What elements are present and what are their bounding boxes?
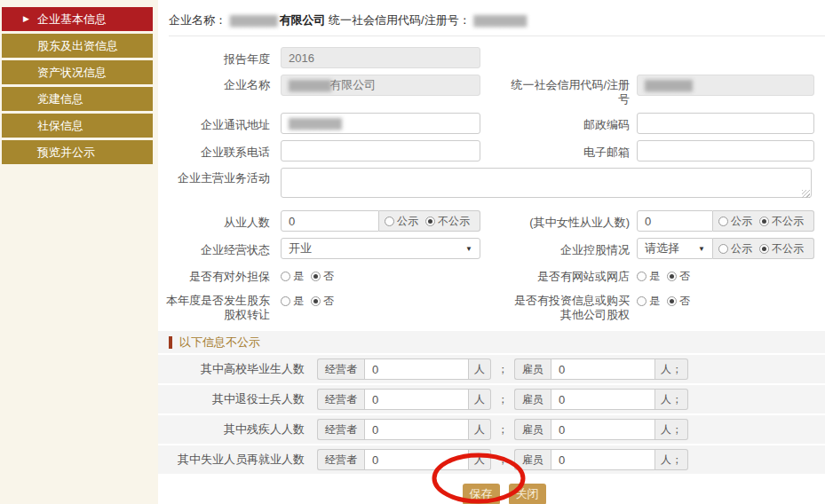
radio-public[interactable] bbox=[385, 217, 394, 226]
section-title: 以下信息不公示 bbox=[179, 335, 260, 350]
header-divider bbox=[169, 35, 825, 36]
sidebar-item-social-security[interactable]: 社保信息 bbox=[2, 114, 153, 138]
sidebar-item-label: 党建信息 bbox=[37, 92, 83, 106]
radio-yes-label[interactable]: 是 bbox=[649, 269, 660, 284]
credit-code-value-redacted: █████████ bbox=[645, 75, 691, 95]
reemployed-operator-input[interactable] bbox=[364, 449, 469, 470]
resize-handle-icon[interactable] bbox=[802, 190, 810, 198]
radio-no[interactable] bbox=[667, 272, 677, 281]
phone-input[interactable] bbox=[281, 140, 480, 161]
operator-addon: 经营者 bbox=[317, 419, 364, 440]
credit-code-input[interactable]: █████████ bbox=[637, 75, 814, 96]
company-name-suffix: 有限公司 bbox=[279, 13, 325, 27]
credit-code-redacted: ██████████ bbox=[473, 15, 525, 26]
form-row-address: 企业通讯地址 ██████████ 邮政编码 bbox=[158, 113, 825, 134]
disabled-operator-input[interactable] bbox=[364, 419, 469, 440]
radio-yes-label[interactable]: 是 bbox=[293, 269, 304, 284]
sidebar-item-assets[interactable]: 资产状况信息 bbox=[2, 60, 153, 84]
radio-public[interactable] bbox=[718, 217, 728, 226]
email-input[interactable] bbox=[637, 140, 814, 161]
report-year-input[interactable] bbox=[281, 47, 480, 68]
unit-addon: 人 bbox=[469, 449, 491, 470]
sidebar-item-label: 企业基本信息 bbox=[37, 12, 107, 26]
radio-yes[interactable] bbox=[637, 296, 647, 306]
employees-input[interactable] bbox=[281, 210, 379, 232]
guarantee-label: 是否有对外担保 bbox=[158, 266, 270, 284]
row-label: 其中高校毕业生人数 bbox=[158, 361, 305, 377]
close-button[interactable]: 关闭 bbox=[509, 484, 546, 504]
radio-yes[interactable] bbox=[281, 272, 290, 281]
radio-not-public-label[interactable]: 不公示 bbox=[772, 214, 804, 229]
veterans-operator-input[interactable] bbox=[364, 389, 469, 410]
main-content: 企业名称： █████████ 有限公司 统一社会信用代码/注册号： █████… bbox=[158, 0, 825, 504]
radio-not-public[interactable] bbox=[759, 244, 769, 254]
radio-no-label[interactable]: 否 bbox=[323, 294, 334, 309]
operating-status-label: 企业经营状态 bbox=[158, 240, 270, 257]
graduates-operator-input[interactable] bbox=[364, 358, 469, 380]
postcode-input[interactable] bbox=[637, 113, 814, 134]
disabled-employee-input[interactable] bbox=[551, 419, 655, 440]
table-row-reemployed: 其中失业人员再就业人数 经营者 人 ； 雇员 人； bbox=[158, 445, 825, 476]
operator-addon: 经营者 bbox=[317, 358, 364, 380]
sidebar-item-party-building[interactable]: 党建信息 bbox=[2, 87, 153, 111]
radio-yes-label[interactable]: 是 bbox=[649, 294, 660, 309]
section-header: 以下信息不公示 bbox=[158, 331, 825, 355]
company-name-input[interactable]: ████████ 有限公司 bbox=[281, 75, 480, 96]
radio-no[interactable] bbox=[311, 272, 321, 281]
credit-code-label: 统一社会信用代码/注册号： bbox=[329, 13, 471, 27]
radio-yes[interactable] bbox=[281, 296, 290, 306]
reemployed-employee-input[interactable] bbox=[551, 449, 655, 470]
address-input[interactable]: ██████████ bbox=[281, 113, 480, 134]
operator-addon: 经营者 bbox=[317, 449, 364, 470]
operator-addon: 经营者 bbox=[317, 389, 364, 410]
radio-yes-label[interactable]: 是 bbox=[293, 294, 304, 309]
sidebar-item-shareholders[interactable]: 股东及出资信息 bbox=[2, 34, 153, 58]
veterans-employee-input[interactable] bbox=[551, 389, 655, 410]
female-employees-label: (其中女性从业人数) bbox=[480, 212, 630, 230]
radio-public-label[interactable]: 公示 bbox=[397, 214, 418, 229]
radio-public-label[interactable]: 公示 bbox=[731, 241, 752, 256]
radio-not-public[interactable] bbox=[425, 217, 435, 226]
radio-public-label[interactable]: 公示 bbox=[731, 214, 752, 229]
investment-label: 是否有投资信息或购买其他公司股权 bbox=[480, 290, 630, 322]
form-row-company-name: 企业名称 ████████ 有限公司 统一社会信用代码/注册号 ████████… bbox=[158, 75, 825, 106]
holding-publicity-addon: 公示不公示 bbox=[713, 238, 814, 259]
employee-addon: 雇员 bbox=[514, 389, 551, 410]
female-employees-input[interactable] bbox=[637, 210, 713, 232]
radio-not-public-label[interactable]: 不公示 bbox=[438, 214, 470, 229]
graduates-employee-input[interactable] bbox=[551, 358, 655, 380]
website-label: 是否有网站或网店 bbox=[480, 266, 630, 284]
sidebar-item-basic-info[interactable]: ▶ 企业基本信息 bbox=[2, 7, 153, 31]
sidebar-item-label: 预览并公示 bbox=[37, 146, 95, 159]
sidebar-item-label: 股东及出资信息 bbox=[37, 39, 118, 52]
credit-code-field-label: 统一社会信用代码/注册号 bbox=[480, 75, 630, 106]
unit-addon: 人 bbox=[469, 389, 491, 410]
form-row-employees: 从业人数 公示不公示 (其中女性从业人数) 公示 bbox=[158, 210, 825, 232]
unit-end-addon: 人； bbox=[655, 419, 688, 440]
save-button[interactable]: 保存 bbox=[463, 484, 500, 504]
unit-addon: 人 bbox=[469, 419, 491, 440]
radio-no-label[interactable]: 否 bbox=[679, 269, 690, 284]
radio-public[interactable] bbox=[718, 244, 728, 254]
sidebar-item-preview-publish[interactable]: 预览并公示 bbox=[2, 140, 153, 164]
annual-report-page: ▶ 企业基本信息 股东及出资信息 资产状况信息 党建信息 社保信息 预览并公示 … bbox=[0, 0, 825, 504]
table-row-veterans: 其中退役士兵人数 经营者 人 ； 雇员 人； bbox=[158, 385, 825, 415]
radio-no[interactable] bbox=[311, 296, 321, 306]
company-name-field-label: 企业名称 bbox=[158, 75, 270, 92]
radio-not-public[interactable] bbox=[759, 217, 769, 226]
radio-no-label[interactable]: 否 bbox=[323, 269, 334, 284]
radio-no[interactable] bbox=[667, 296, 677, 306]
radio-no-label[interactable]: 否 bbox=[679, 294, 690, 309]
chevron-down-icon: ▼ bbox=[465, 245, 472, 253]
holding-status-select[interactable]: 请选择 ▼ bbox=[637, 238, 713, 259]
business-textarea[interactable] bbox=[281, 168, 812, 198]
radio-not-public-label[interactable]: 不公示 bbox=[772, 241, 804, 256]
radio-yes[interactable] bbox=[637, 272, 647, 281]
page-header: 企业名称： █████████ 有限公司 统一社会信用代码/注册号： █████… bbox=[158, 11, 825, 30]
form-row-transfer: 本年度是否发生股东股权转让 是否 是否有投资信息或购买其他公司股权 是否 bbox=[158, 290, 825, 322]
form-row-business: 企业主营业务活动 bbox=[158, 168, 825, 201]
report-year-label: 报告年度 bbox=[158, 49, 270, 67]
female-publicity-addon: 公示不公示 bbox=[713, 210, 814, 232]
employees-publicity-addon: 公示不公示 bbox=[379, 210, 480, 232]
operating-status-select[interactable]: 开业 ▼ bbox=[281, 238, 480, 259]
